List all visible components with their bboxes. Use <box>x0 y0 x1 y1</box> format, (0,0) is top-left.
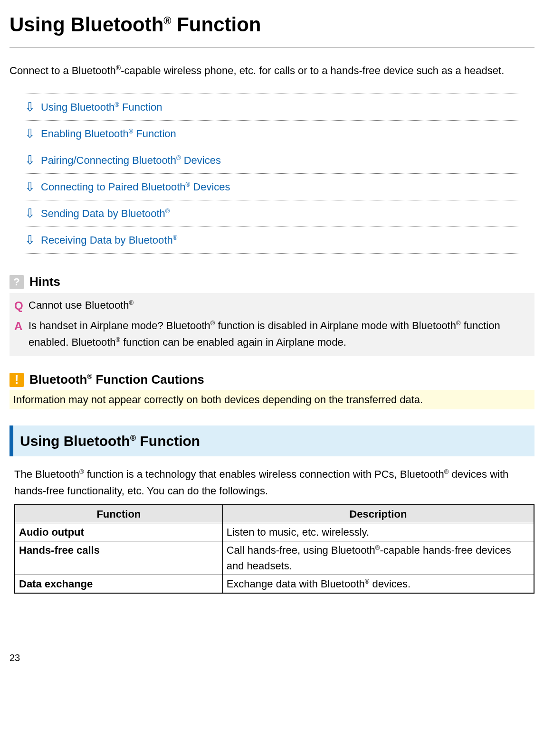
page-number: 23 <box>10 651 534 665</box>
page-title: Using Bluetooth® Function <box>10 9 534 47</box>
cell-description: Listen to music, etc. wirelessly. <box>222 523 534 541</box>
toc-link-label: Using Bluetooth® Function <box>41 99 162 115</box>
caution-header: ! Bluetooth® Function Cautions <box>10 370 534 389</box>
toc-link-label: Connecting to Paired Bluetooth® Devices <box>41 179 230 195</box>
a-text: Is handset in Airplane mode? Bluetooth® … <box>29 317 530 350</box>
toc-item-pairing-bt[interactable]: ⇩ Pairing/Connecting Bluetooth® Devices <box>24 147 520 173</box>
col-function: Function <box>15 505 222 523</box>
toc-link-label: Pairing/Connecting Bluetooth® Devices <box>41 152 221 168</box>
intro-text: Connect to a Bluetooth®-capable wireless… <box>10 62 534 79</box>
hints-header: ? Hints <box>10 273 534 291</box>
down-arrow-icon: ⇩ <box>24 151 36 170</box>
table-header-row: Function Description <box>15 505 534 523</box>
cell-function: Audio output <box>15 523 222 541</box>
cell-description: Call hands-free, using Bluetooth®-capabl… <box>222 541 534 575</box>
down-arrow-icon: ⇩ <box>24 231 36 249</box>
toc: ⇩ Using Bluetooth® Function ⇩ Enabling B… <box>24 94 520 254</box>
toc-link-label: Sending Data by Bluetooth® <box>41 206 170 221</box>
toc-item-sending-bt[interactable]: ⇩ Sending Data by Bluetooth® <box>24 200 520 227</box>
exclamation-icon: ! <box>10 373 24 387</box>
hints-q-row: Q Cannot use Bluetooth® <box>10 296 534 316</box>
down-arrow-icon: ⇩ <box>24 178 36 196</box>
toc-item-receiving-bt[interactable]: ⇩ Receiving Data by Bluetooth® <box>24 227 520 254</box>
table-row: Data exchange Exchange data with Bluetoo… <box>15 575 534 593</box>
cell-function: Hands-free calls <box>15 541 222 575</box>
toc-item-enabling-bt[interactable]: ⇩ Enabling Bluetooth® Function <box>24 120 520 147</box>
toc-item-using-bt[interactable]: ⇩ Using Bluetooth® Function <box>24 94 520 120</box>
cell-description: Exchange data with Bluetooth® devices. <box>222 575 534 593</box>
q-text: Cannot use Bluetooth® <box>29 297 134 313</box>
caution-body: Information may not appear correctly on … <box>10 390 534 409</box>
hints-title: Hints <box>29 273 60 291</box>
question-icon: ? <box>10 275 24 289</box>
table-row: Audio output Listen to music, etc. wirel… <box>15 523 534 541</box>
q-letter: Q <box>14 297 29 315</box>
hints-box: Q Cannot use Bluetooth® A Is handset in … <box>10 293 534 356</box>
function-table: Function Description Audio output Listen… <box>14 504 534 594</box>
table-row: Hands-free calls Call hands-free, using … <box>15 541 534 575</box>
down-arrow-icon: ⇩ <box>24 124 36 143</box>
toc-item-connecting-paired-bt[interactable]: ⇩ Connecting to Paired Bluetooth® Device… <box>24 173 520 200</box>
section-heading: Using Bluetooth® Function <box>10 425 534 456</box>
section-body: The Bluetooth® function is a technology … <box>14 466 534 499</box>
hints-a-row: A Is handset in Airplane mode? Bluetooth… <box>10 316 534 351</box>
cell-function: Data exchange <box>15 575 222 593</box>
toc-link-label: Receiving Data by Bluetooth® <box>41 232 177 248</box>
col-description: Description <box>222 505 534 523</box>
caution-title: Bluetooth® Function Cautions <box>29 370 204 389</box>
down-arrow-icon: ⇩ <box>24 98 36 116</box>
down-arrow-icon: ⇩ <box>24 204 36 223</box>
toc-link-label: Enabling Bluetooth® Function <box>41 126 176 142</box>
a-letter: A <box>14 317 29 335</box>
